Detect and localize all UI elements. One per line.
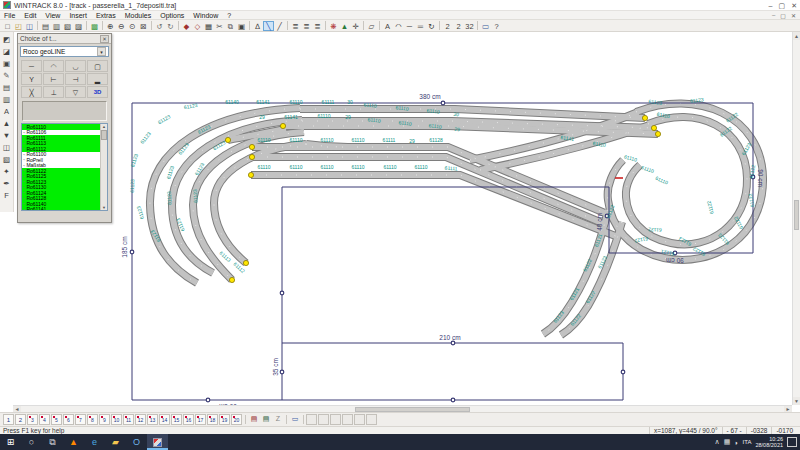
z-order-icon[interactable]: Z [272,414,284,425]
new-file-icon[interactable]: □ [2,21,13,31]
pencil-icon[interactable]: ✎ [1,69,13,81]
wye-piece-icon[interactable]: Y [21,73,42,85]
list-item[interactable]: ⌁Ro61141 [22,207,100,212]
help-icon[interactable]: ? [491,21,502,31]
plan-node[interactable] [130,250,134,254]
list-3-icon[interactable]: ≣ [312,21,323,31]
minimize-button[interactable]: – [769,1,773,10]
rows-icon[interactable]: ▤ [1,81,13,93]
zoom-100-icon[interactable]: ⊙ [127,21,138,31]
zoom-in-icon[interactable]: ⊕ [105,21,116,31]
vertical-scrollbar[interactable]: ▲ ▼ [792,32,800,405]
taskbar-edge[interactable]: e [84,434,105,450]
sheet-19[interactable]: 19 [219,414,230,425]
sheet-16[interactable]: 16 [183,414,194,425]
print-preview-icon[interactable]: ▤ [40,21,51,31]
layer-2a-icon[interactable]: 2 [442,21,453,31]
sheet-14[interactable]: 14 [159,414,170,425]
scroll-down-icon[interactable]: ▼ [101,205,107,210]
plan-node[interactable] [206,398,210,402]
sheet-15[interactable]: 15 [171,414,182,425]
scroll-up-icon[interactable]: ▲ [793,32,800,40]
taskbar-wintrack[interactable] [147,434,168,450]
parallel-tool-icon[interactable]: ═ [415,21,426,31]
buffer-stop[interactable] [225,137,230,142]
undo-icon[interactable]: ↺ [154,21,165,31]
track-system-dropdown[interactable]: Roco geoLINE ▾ [20,46,109,57]
plan-node[interactable] [451,341,455,345]
hatch-icon[interactable]: ▧ [1,153,13,165]
menu-extras[interactable]: Extras [96,12,116,19]
pen-icon[interactable]: ✒ [1,177,13,189]
draw-line-2-icon[interactable]: ╱ [274,21,285,31]
restore-button[interactable]: ▢ [779,1,786,10]
buffer-stop[interactable] [249,154,254,159]
list-1-icon[interactable]: ≣ [290,21,301,31]
split-icon[interactable]: ◫ [1,141,13,153]
panel-close-icon[interactable]: ✕ [100,35,109,43]
parts-stack-icon[interactable]: ▤ [248,414,260,425]
redo-icon[interactable]: ↻ [165,21,176,31]
scroll-up-icon[interactable]: ▲ [101,124,107,129]
screen-icon[interactable]: ▭ [480,21,491,31]
network-icon[interactable]: ▦ [724,438,731,446]
plan-page-2[interactable]: 2 [15,414,26,425]
text-small-icon[interactable]: A [1,105,13,117]
flagpole-icon[interactable]: F [1,189,13,201]
draw-line-icon[interactable]: ╲ [263,21,274,31]
sheet-13[interactable]: 13 [147,414,158,425]
menu-modules[interactable]: Modules [125,12,151,19]
turnout-left-piece-icon[interactable]: ⊢ [43,73,64,85]
buffer-stop[interactable] [243,260,248,265]
mdi-restore-button[interactable]: ▢ [780,12,786,19]
buffer-stop[interactable] [655,131,660,136]
zoom-window-icon[interactable]: ⊠ [138,21,149,31]
parts-mix-icon[interactable]: ▤ [260,414,272,425]
image-export-icon[interactable]: ▩ [89,21,100,31]
action-center-icon[interactable] [787,437,797,447]
clock[interactable]: 10:26 28/08/2021 [755,436,783,449]
curve-sel-piece-icon[interactable]: ▽ [65,86,86,98]
plan-node[interactable] [621,370,625,374]
export-page-icon[interactable]: ▨ [73,21,84,31]
text-icon[interactable]: A [382,21,393,31]
catalog-2-icon[interactable]: ◇ [192,21,203,31]
taskbar-start[interactable]: ⊞ [0,434,21,450]
star-icon[interactable]: ✦ [1,165,13,177]
view-3d-icon[interactable]: 3D [87,86,108,98]
list-2-icon[interactable]: ≣ [301,21,312,31]
sheet-3[interactable]: 3 [27,414,38,425]
flag-icon[interactable]: ▲ [339,21,350,31]
buffer-stop[interactable] [248,172,253,177]
sheet-12[interactable]: 12 [135,414,146,425]
page-setup-icon[interactable]: ▧ [62,21,73,31]
print-icon[interactable]: ▥ [51,21,62,31]
catalog-icon[interactable]: ◆ [181,21,192,31]
curve-tool-icon[interactable]: ◠ [393,21,404,31]
zoom-out-icon[interactable]: ⊖ [116,21,127,31]
scroll-down-icon[interactable]: ▼ [793,397,800,405]
buffer-stop[interactable] [229,277,234,282]
plan-node[interactable] [280,370,284,374]
tray-chevron-icon[interactable]: ∧ [715,438,720,446]
straight-piece-icon[interactable]: ─ [21,60,42,72]
buffer-stop[interactable] [280,123,285,128]
sheet-11[interactable]: 11 [123,414,134,425]
plan-node[interactable] [280,291,284,295]
curve-left-piece-icon[interactable]: ◠ [43,60,64,72]
scroll-left-icon[interactable]: ◄ [13,406,21,412]
monitor-icon[interactable]: ▭ [289,414,301,425]
straight-tool-icon[interactable]: ─ [404,21,415,31]
chevron-down-icon[interactable]: ▾ [97,47,106,56]
angle-tool-icon[interactable]: ∆ [252,21,263,31]
scroll-thumb[interactable] [101,130,107,140]
turnout-right-piece-icon[interactable]: ⊣ [65,73,86,85]
drawing-area[interactable]: 6114061141611106111130611106111061110302… [0,32,800,412]
menu-view[interactable]: View [45,12,60,19]
buffer-stop[interactable] [642,115,647,120]
menu-insert[interactable]: Insert [69,12,87,19]
sheet-18[interactable]: 18 [207,414,218,425]
track-list-scrollbar[interactable]: ▲ ▼ [100,124,107,210]
save-icon[interactable]: ◫ [24,21,35,31]
buffer-stop[interactable] [249,144,254,149]
